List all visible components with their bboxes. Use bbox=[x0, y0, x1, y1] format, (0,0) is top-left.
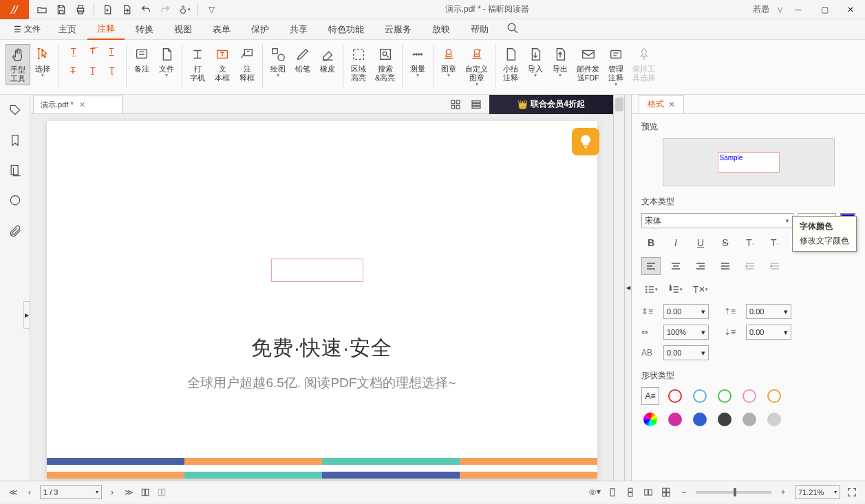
shape-rainbow[interactable] bbox=[641, 410, 659, 428]
squiggly-icon[interactable]: T͠ bbox=[83, 44, 101, 59]
measure-button[interactable]: 测量 ▾ bbox=[405, 44, 430, 80]
italic-button[interactable]: I bbox=[666, 234, 685, 252]
page-number-input[interactable]: 1 / 3▾ bbox=[40, 485, 102, 499]
close-button[interactable]: ✕ bbox=[840, 0, 861, 19]
callout-button[interactable]: 注释框 bbox=[235, 44, 259, 84]
shape-red[interactable] bbox=[666, 387, 684, 405]
tab-features[interactable]: 特色功能 bbox=[319, 19, 374, 40]
touch-icon[interactable]: ▾ bbox=[178, 3, 191, 16]
qat-customize-icon[interactable]: ▽ bbox=[205, 3, 217, 16]
align-right-button[interactable] bbox=[691, 257, 710, 275]
user-menu-caret[interactable]: ⋁ bbox=[778, 6, 782, 13]
tab-annotate[interactable]: 注释 bbox=[87, 19, 125, 40]
open-icon[interactable] bbox=[36, 3, 48, 16]
stamp-button[interactable]: 图章 ▾ bbox=[436, 44, 461, 80]
superscript-button[interactable]: T· bbox=[740, 234, 760, 252]
zoom-in-icon[interactable]: + bbox=[777, 487, 789, 497]
keep-selection-button[interactable]: 保持工具选择 bbox=[628, 44, 659, 84]
summarize-button[interactable]: 小结注释 bbox=[498, 44, 523, 84]
file-attach-button[interactable]: 文件 ▾ bbox=[154, 44, 179, 80]
first-page-icon[interactable]: ≪ bbox=[7, 487, 19, 497]
continuous-page-icon[interactable] bbox=[624, 487, 637, 497]
sidebar-expand-handle[interactable]: ▶ bbox=[23, 301, 30, 329]
custom-stamp-button[interactable]: 自定义图章 ▾ bbox=[461, 44, 492, 89]
tab-present[interactable]: 放映 bbox=[423, 19, 460, 40]
shape-orange[interactable] bbox=[765, 387, 783, 405]
undo-icon[interactable] bbox=[140, 3, 152, 16]
replace-icon[interactable]: Ṯ bbox=[83, 63, 101, 78]
tab-cloud[interactable]: 云服务 bbox=[375, 19, 421, 40]
after-spacing-input[interactable]: 0.00▾ bbox=[746, 325, 791, 340]
export-button[interactable]: 导出 ▾ bbox=[548, 44, 573, 80]
scroll-thumb[interactable] bbox=[615, 98, 623, 111]
eye-icon[interactable]: ▾ bbox=[588, 487, 601, 498]
insert-icon[interactable]: Ṱ bbox=[103, 63, 120, 78]
user-name[interactable]: 若愚 bbox=[750, 3, 772, 15]
textbox-button[interactable]: 文本框 bbox=[210, 44, 235, 84]
char-spacing-input[interactable]: 0.00▾ bbox=[663, 345, 709, 360]
app-logo[interactable] bbox=[0, 0, 29, 19]
indent-decrease-button[interactable] bbox=[740, 257, 760, 275]
tab-view[interactable]: 视图 bbox=[164, 19, 202, 40]
align-justify-button[interactable] bbox=[716, 257, 735, 275]
next-page-icon[interactable]: › bbox=[106, 487, 118, 497]
vertical-scrollbar[interactable] bbox=[613, 95, 624, 481]
page-export-icon[interactable] bbox=[120, 3, 133, 16]
close-tab-icon[interactable]: ✕ bbox=[79, 100, 85, 109]
typewriter-button[interactable]: 打字机 bbox=[185, 44, 210, 84]
attachment-icon[interactable] bbox=[7, 223, 23, 239]
bullet-list-button[interactable]: ▾ bbox=[641, 281, 661, 298]
document-canvas[interactable]: 免费·快速·安全 全球用户超越6.5亿. 阅读PDF文档的理想选择~ bbox=[30, 114, 613, 481]
draw-button[interactable]: 绘图 ▾ bbox=[266, 44, 290, 80]
shape-text-style[interactable]: A≡ bbox=[641, 387, 659, 405]
save-icon[interactable] bbox=[55, 3, 67, 16]
single-page-icon[interactable] bbox=[606, 487, 619, 497]
area-highlight-button[interactable]: 区域高亮 bbox=[346, 44, 371, 84]
print-icon[interactable] bbox=[74, 3, 87, 16]
scale-input[interactable]: 100%▾ bbox=[663, 325, 709, 340]
redo-icon[interactable] bbox=[159, 3, 171, 16]
manage-button[interactable]: 管理注释 ▾ bbox=[604, 44, 628, 89]
tab-form[interactable]: 表单 bbox=[203, 19, 240, 40]
align-center-button[interactable] bbox=[666, 257, 685, 275]
page-add-icon[interactable] bbox=[101, 3, 114, 16]
pencil-button[interactable]: 铅笔 bbox=[290, 44, 315, 75]
before-spacing-input[interactable]: 0.00▾ bbox=[746, 304, 791, 319]
select-tool-button[interactable]: 选择 ▾ bbox=[30, 44, 55, 80]
minimize-button[interactable]: ─ bbox=[788, 0, 809, 19]
tab-home[interactable]: 主页 bbox=[49, 19, 86, 40]
note-button[interactable]: 备注 bbox=[129, 44, 154, 75]
tips-button[interactable] bbox=[572, 128, 599, 155]
shape-gray[interactable] bbox=[740, 410, 758, 428]
fullscreen-icon[interactable] bbox=[846, 487, 858, 498]
align-left-button[interactable] bbox=[641, 257, 661, 275]
pages-icon[interactable] bbox=[7, 162, 23, 179]
tag-icon[interactable] bbox=[7, 102, 23, 118]
hand-tool-button[interactable]: 手型工具 bbox=[6, 44, 30, 85]
shape-dark[interactable] bbox=[716, 410, 734, 428]
email-fdf-button[interactable]: 邮件发送FDF bbox=[573, 44, 604, 84]
continuous-facing-icon[interactable] bbox=[660, 487, 672, 497]
zoom-slider[interactable] bbox=[696, 491, 771, 494]
zoom-out-icon[interactable]: − bbox=[678, 487, 690, 497]
eraser-button[interactable]: 橡皮 bbox=[315, 44, 340, 75]
font-combo[interactable]: 宋体▼ bbox=[641, 213, 793, 228]
document-tab[interactable]: 演示.pdf * ✕ bbox=[33, 96, 122, 113]
maximize-button[interactable]: ▢ bbox=[814, 0, 835, 19]
right-panel-collapse-handle[interactable]: ◀ bbox=[624, 95, 631, 481]
page-layout-icon-2[interactable] bbox=[156, 487, 168, 497]
last-page-icon[interactable]: ≫ bbox=[122, 487, 135, 497]
indent-increase-button[interactable] bbox=[765, 257, 784, 275]
number-list-button[interactable]: 12▾ bbox=[666, 281, 685, 298]
search-highlight-button[interactable]: 搜索&高亮 bbox=[371, 44, 399, 84]
zoom-input[interactable]: 71.21%▾ bbox=[795, 485, 840, 499]
shape-green[interactable] bbox=[716, 387, 734, 405]
shape-magenta[interactable] bbox=[666, 410, 684, 428]
shape-pink[interactable] bbox=[740, 387, 758, 405]
shape-darkblue[interactable] bbox=[691, 410, 709, 428]
close-panel-icon[interactable]: ✕ bbox=[668, 100, 675, 109]
tab-protect[interactable]: 保护 bbox=[242, 19, 279, 40]
promo-banner[interactable]: 👑 联合会员4折起 bbox=[489, 95, 613, 114]
comments-icon[interactable] bbox=[7, 193, 23, 209]
search-icon[interactable] bbox=[506, 22, 519, 36]
